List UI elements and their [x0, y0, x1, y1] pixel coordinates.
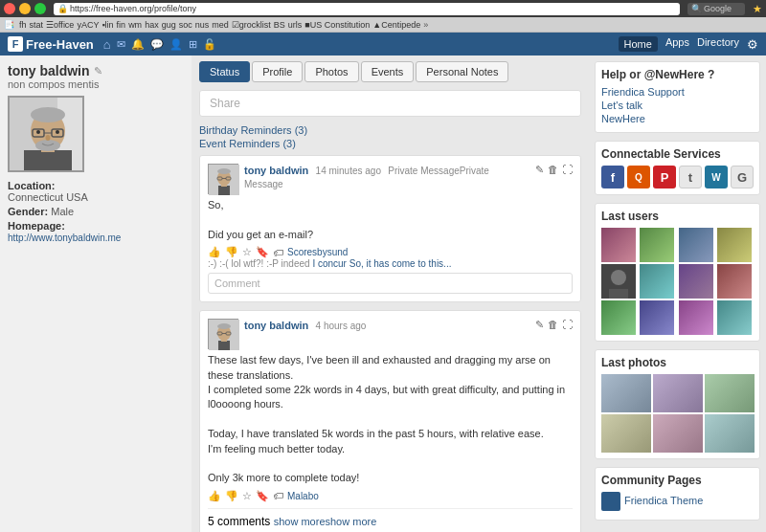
thumbsdown-icon-1[interactable]: 👎	[225, 246, 238, 258]
user-thumb-9[interactable]	[601, 300, 636, 335]
star-icon[interactable]: ★	[753, 3, 762, 15]
bookmark-hax[interactable]: hax	[145, 20, 159, 30]
user-thumb-4[interactable]	[717, 228, 752, 262]
bookmark-fin[interactable]: fin	[117, 20, 126, 30]
event-reminders[interactable]: Event Reminders (3)	[199, 138, 581, 149]
via-link-2[interactable]: Malabo	[287, 491, 319, 501]
twitter-icon[interactable]: t	[679, 166, 702, 188]
minimize-button[interactable]	[19, 3, 31, 14]
tab-events[interactable]: Events	[361, 61, 415, 82]
quitter-icon[interactable]: Q	[627, 166, 650, 188]
iconcur-link-1[interactable]: I concur	[312, 258, 347, 269]
user-thumb-2[interactable]	[640, 228, 674, 262]
user-thumb-5[interactable]	[601, 264, 636, 299]
thumbsup-icon-2[interactable]: 👍	[208, 490, 221, 502]
thumbsup-icon-1[interactable]: 👍	[208, 246, 221, 258]
edit-profile-icon[interactable]: ✎	[94, 65, 102, 78]
trash-icon-1[interactable]: 🗑	[548, 164, 558, 176]
maximize-button[interactable]	[34, 3, 46, 14]
bookmark-stat[interactable]: stat	[30, 20, 44, 30]
bookmark-icon-2[interactable]: 🔖	[256, 490, 269, 502]
bookmark-yacy[interactable]: yACY	[77, 20, 99, 30]
tab-status[interactable]: Status	[199, 61, 250, 82]
user-thumb-7[interactable]	[679, 264, 713, 299]
tag-icon-2[interactable]: 🏷	[273, 490, 283, 501]
bookmark-grocklist[interactable]: ☑grocklist	[232, 20, 271, 30]
post-author-2[interactable]: tony baldwin	[244, 320, 308, 331]
profile-tagline: non compos mentis	[8, 78, 184, 90]
nav-bell-icon[interactable]: 🔔	[131, 38, 145, 51]
site-logo[interactable]: F Free-Haven	[8, 36, 94, 52]
user-thumb-1[interactable]	[601, 228, 636, 262]
user-thumb-3[interactable]	[679, 228, 713, 262]
nav-mail-icon[interactable]: ✉	[117, 38, 125, 51]
bookmark-gug[interactable]: gug	[162, 20, 176, 30]
photo-thumb-5[interactable]	[653, 414, 703, 453]
bookmark-office[interactable]: ☰office	[46, 20, 74, 30]
show-more-link[interactable]: show more	[274, 516, 326, 527]
post-author-1[interactable]: tony baldwin	[244, 165, 308, 176]
settings-icon[interactable]: ⚙	[747, 37, 758, 52]
nav-home[interactable]: Home	[619, 36, 658, 52]
friendica-theme-link[interactable]: Friendica Theme	[624, 495, 703, 506]
photo-thumb-4[interactable]	[601, 414, 651, 453]
bookmark-med[interactable]: med	[212, 20, 229, 30]
bookmark-nus[interactable]: nus	[195, 20, 210, 30]
nav-apps[interactable]: Apps	[665, 36, 689, 52]
photo-thumb-2[interactable]	[653, 374, 703, 412]
star-icon-1[interactable]: ☆	[242, 246, 252, 258]
share-input[interactable]: Share	[199, 90, 581, 117]
facebook-icon[interactable]: f	[601, 166, 624, 188]
user-thumb-6[interactable]	[640, 264, 674, 299]
bookmark-urls[interactable]: urls	[288, 20, 303, 30]
show-more-text[interactable]: show more	[326, 516, 377, 527]
tab-photos[interactable]: Photos	[304, 61, 358, 82]
bookmark-fh[interactable]: fh	[19, 20, 27, 30]
friendica-support-link[interactable]: Friendica Support	[601, 86, 754, 98]
photo-thumb-1[interactable]	[601, 374, 651, 412]
nav-grid-icon[interactable]: ⊞	[189, 38, 197, 51]
pencil-icon-2[interactable]: ✎	[535, 319, 544, 331]
nav-home-icon[interactable]: ⌂	[103, 37, 111, 52]
nav-directory[interactable]: Directory	[697, 36, 739, 52]
photo-thumb-3[interactable]	[705, 374, 755, 412]
nav-lock-icon[interactable]: 🔓	[203, 38, 216, 51]
bookmark-icon-1[interactable]: 🔖	[256, 246, 269, 258]
tag-icon-1[interactable]: 🏷	[273, 247, 283, 258]
bookmark-bs[interactable]: BS	[274, 20, 285, 30]
user-thumb-10[interactable]	[640, 300, 674, 335]
photo-thumb-6[interactable]	[705, 414, 755, 453]
close-button[interactable]	[4, 3, 15, 14]
user-thumb-8[interactable]	[717, 264, 752, 299]
lets-talk-link[interactable]: Let's talk	[601, 100, 754, 111]
nav-chat-icon[interactable]: 💬	[150, 38, 164, 51]
star-icon-2[interactable]: ☆	[242, 490, 252, 502]
birthday-reminders[interactable]: Birthday Reminders (3)	[199, 124, 581, 136]
expand-icon-2[interactable]: ⛶	[562, 319, 573, 331]
homepage-link[interactable]: http://www.tonybaldwin.me	[8, 233, 121, 243]
google-icon[interactable]: G	[731, 166, 754, 188]
via-link-1[interactable]: Scoresbysund	[287, 247, 348, 257]
wordpress-icon[interactable]: W	[705, 166, 728, 188]
soithas-link-1[interactable]: So, it has come to this...	[349, 258, 452, 269]
pinterest-icon[interactable]: P	[653, 166, 676, 188]
bookmarks-overflow[interactable]: »	[423, 20, 428, 30]
newhere-link[interactable]: NewHere	[601, 113, 754, 124]
comment-input-1[interactable]: Comment	[208, 273, 573, 294]
bookmark-wm[interactable]: wm	[128, 20, 142, 30]
thumbsdown-icon-2[interactable]: 👎	[225, 490, 238, 502]
address-bar[interactable]: 🔒 https://free-haven.org/profile/tony	[54, 3, 680, 15]
search-bar[interactable]: 🔍 Google	[687, 3, 745, 15]
tab-personal-notes[interactable]: Personal Notes	[416, 61, 508, 82]
expand-icon-1[interactable]: ⛶	[562, 164, 573, 176]
bookmark-constitution[interactable]: ■US Constitution	[304, 20, 370, 30]
trash-icon-2[interactable]: 🗑	[548, 319, 558, 331]
nav-user-icon[interactable]: 👤	[169, 38, 183, 51]
user-thumb-12[interactable]	[717, 300, 752, 335]
bookmark-lin[interactable]: ▪lin	[101, 20, 113, 30]
bookmark-centipede[interactable]: ▲Centipede	[372, 20, 420, 30]
pencil-icon-1[interactable]: ✎	[535, 164, 544, 176]
user-thumb-11[interactable]	[679, 300, 713, 335]
tab-profile[interactable]: Profile	[252, 61, 303, 82]
bookmark-soc[interactable]: soc	[179, 20, 192, 30]
